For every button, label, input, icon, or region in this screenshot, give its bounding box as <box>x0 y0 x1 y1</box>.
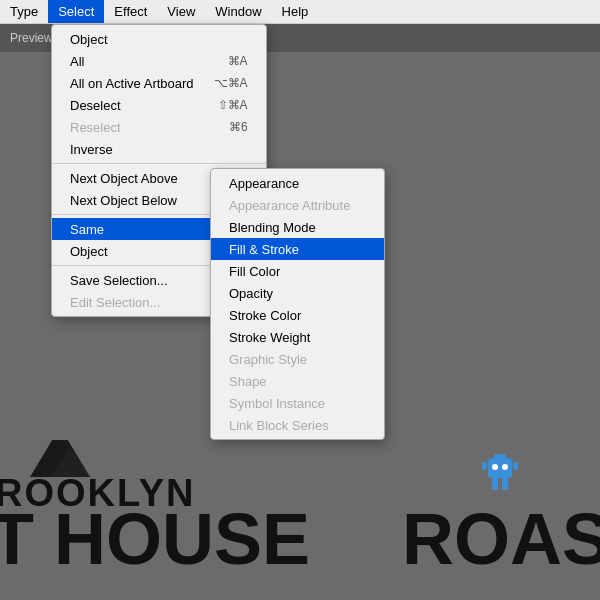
menubar-help[interactable]: Help <box>272 0 319 23</box>
same-appearance-attr[interactable]: Appearance Attribute <box>211 194 384 216</box>
svg-rect-7 <box>494 454 506 460</box>
menubar-view[interactable]: View <box>157 0 205 23</box>
same-stroke-weight[interactable]: Stroke Weight <box>211 326 384 348</box>
svg-rect-10 <box>482 462 487 470</box>
same-symbol-instance[interactable]: Symbol Instance <box>211 392 384 414</box>
same-fill-color[interactable]: Fill Color <box>211 260 384 282</box>
same-shape[interactable]: Shape <box>211 370 384 392</box>
menu-item-inverse[interactable]: Inverse <box>52 138 266 160</box>
menubar-select[interactable]: Select <box>48 0 104 23</box>
menu-item-deselect[interactable]: Deselect ⇧⌘A <box>52 94 266 116</box>
same-blending-mode[interactable]: Blending Mode <box>211 216 384 238</box>
menubar-effect[interactable]: Effect <box>104 0 157 23</box>
svg-rect-6 <box>502 478 508 490</box>
house-text: T HOUSE <box>0 498 310 580</box>
preview-label: Preview) <box>10 31 57 45</box>
roast-text: ROAS <box>402 498 600 580</box>
svg-rect-4 <box>488 458 512 478</box>
robot-icon <box>480 448 520 505</box>
same-opacity[interactable]: Opacity <box>211 282 384 304</box>
same-graphic-style[interactable]: Graphic Style <box>211 348 384 370</box>
same-submenu: Appearance Appearance Attribute Blending… <box>210 168 385 440</box>
separator-1 <box>52 163 266 164</box>
menubar-window[interactable]: Window <box>205 0 271 23</box>
menu-item-all-active[interactable]: All on Active Artboard ⌥⌘A <box>52 72 266 94</box>
menubar-type[interactable]: Type <box>0 0 48 23</box>
menu-item-all[interactable]: All ⌘A <box>52 50 266 72</box>
svg-point-8 <box>492 464 498 470</box>
svg-rect-5 <box>492 478 498 490</box>
same-stroke-color[interactable]: Stroke Color <box>211 304 384 326</box>
svg-point-9 <box>502 464 508 470</box>
svg-rect-11 <box>513 462 518 470</box>
same-appearance[interactable]: Appearance <box>211 172 384 194</box>
canvas-text-area: ROOKLYN T HOUSE ROAS <box>0 440 600 600</box>
menubar: Type Select Effect View Window Help <box>0 0 600 24</box>
menu-item-object[interactable]: Object <box>52 28 266 50</box>
same-link-block[interactable]: Link Block Series <box>211 414 384 436</box>
same-fill-stroke[interactable]: Fill & Stroke <box>211 238 384 260</box>
menu-item-reselect[interactable]: Reselect ⌘6 <box>52 116 266 138</box>
